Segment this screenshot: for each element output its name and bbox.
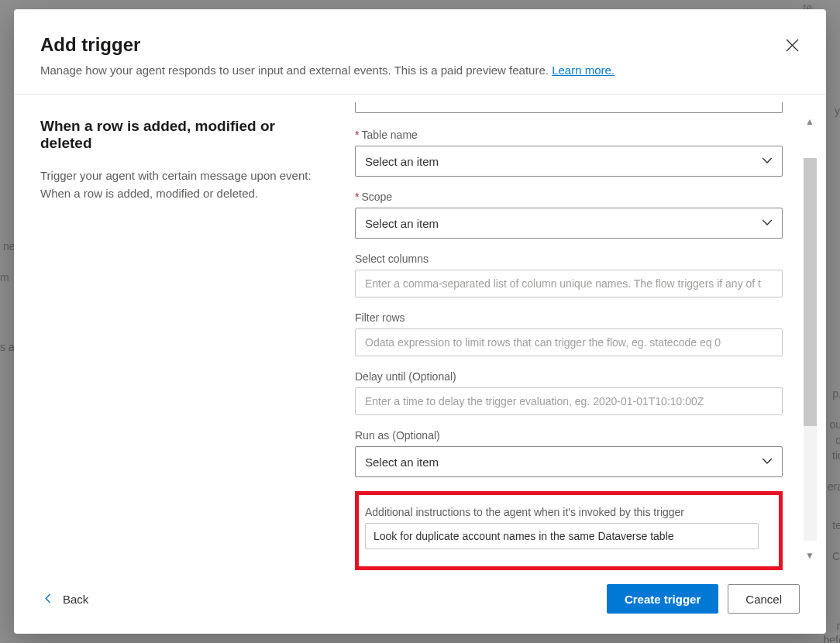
form-group-run-as: Run as (Optional) Select an item [355,429,783,477]
label-additional-instructions: Additional instructions to the agent whe… [365,506,759,518]
back-button-label: Back [63,593,88,606]
label-text-scope: Scope [361,191,392,203]
label-delay-until: Delay until (Optional) [355,370,783,383]
form-group-select-columns: Select columns [355,253,783,297]
form-group-filter-rows: Filter rows [355,311,783,356]
scroll-down-icon[interactable] [805,550,814,561]
subtitle-text: Manage how your agent responds to user i… [40,64,552,77]
modal-footer: Back Create trigger Cancel [14,572,826,634]
input-delay-until[interactable] [355,387,783,415]
input-additional-instructions[interactable] [365,523,759,549]
label-scope: *Scope [355,191,783,203]
highlighted-instructions-section: Additional instructions to the agent whe… [355,491,783,570]
modal-header: Add trigger Manage how your agent respon… [14,9,826,95]
back-button[interactable]: Back [40,588,91,610]
right-panel: *Table name Select an item *Scope Select… [347,95,826,572]
select-table-name-value: Select an item [365,155,439,168]
label-text-table-name: Table name [361,129,417,141]
label-filter-rows: Filter rows [355,311,783,324]
close-button[interactable] [781,36,803,57]
select-scope[interactable]: Select an item [355,208,783,239]
chevron-down-icon [762,217,773,230]
footer-actions: Create trigger Cancel [607,584,800,614]
modal-title: Add trigger [40,34,800,56]
chevron-down-icon [762,456,773,469]
label-table-name: *Table name [355,129,783,141]
select-table-name[interactable]: Select an item [355,146,783,177]
trigger-name-title: When a row is added, modified or deleted [40,118,321,152]
trigger-description: Trigger your agent with certain message … [40,167,321,202]
required-indicator: * [355,129,359,141]
select-run-as-value: Select an item [365,456,439,469]
close-icon [786,39,799,54]
chevron-down-icon [762,155,773,168]
scroll-up-icon[interactable] [805,116,814,127]
learn-more-link[interactable]: Learn more. [552,64,615,77]
chevron-left-icon [43,593,53,606]
select-run-as[interactable]: Select an item [355,446,783,477]
label-run-as: Run as (Optional) [355,429,783,442]
form-group-table-name: *Table name Select an item [355,129,783,177]
partial-field-top[interactable] [355,102,783,113]
add-trigger-modal: Add trigger Manage how your agent respon… [14,9,826,634]
form-group-delay-until: Delay until (Optional) [355,370,783,415]
label-select-columns: Select columns [355,253,783,265]
cancel-button[interactable]: Cancel [728,584,800,614]
modal-subtitle: Manage how your agent responds to user i… [40,62,800,78]
form-group-scope: *Scope Select an item [355,191,783,239]
select-scope-value: Select an item [365,217,439,230]
scrollbar-thumb[interactable] [804,158,817,426]
create-trigger-button[interactable]: Create trigger [607,584,718,614]
required-indicator: * [355,191,359,203]
scrollbar-track[interactable] [804,158,817,541]
input-filter-rows[interactable] [355,328,783,356]
modal-body: When a row is added, modified or deleted… [14,95,826,572]
left-panel: When a row is added, modified or deleted… [14,95,347,572]
input-select-columns[interactable] [355,270,783,297]
